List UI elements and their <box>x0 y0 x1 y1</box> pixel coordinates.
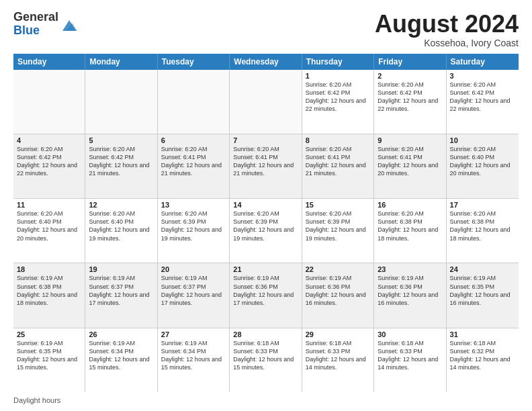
calendar-cell <box>85 70 157 134</box>
day-number: 31 <box>450 330 515 338</box>
cell-info: Sunrise: 6:19 AMSunset: 6:36 PMDaylight:… <box>306 274 370 307</box>
calendar-cell: 18Sunrise: 6:19 AMSunset: 6:38 PMDayligh… <box>13 263 85 327</box>
calendar-row-5: 25Sunrise: 6:19 AMSunset: 6:35 PMDayligh… <box>13 328 519 392</box>
cell-info: Sunrise: 6:19 AMSunset: 6:35 PMDaylight:… <box>17 339 81 372</box>
cell-info: Sunrise: 6:19 AMSunset: 6:34 PMDaylight:… <box>161 339 226 372</box>
day-number: 12 <box>89 201 153 209</box>
cell-info: Sunrise: 6:20 AMSunset: 6:42 PMDaylight:… <box>17 145 81 178</box>
day-number: 18 <box>17 265 81 273</box>
cell-info: Sunrise: 6:20 AMSunset: 6:39 PMDaylight:… <box>233 210 298 242</box>
calendar-cell: 22Sunrise: 6:19 AMSunset: 6:36 PMDayligh… <box>302 263 374 327</box>
day-number: 25 <box>17 330 81 338</box>
calendar-cell: 11Sunrise: 6:20 AMSunset: 6:40 PMDayligh… <box>13 199 85 263</box>
cell-info: Sunrise: 6:19 AMSunset: 6:35 PMDaylight:… <box>450 274 515 307</box>
cell-info: Sunrise: 6:20 AMSunset: 6:42 PMDaylight:… <box>378 81 442 113</box>
calendar-cell: 13Sunrise: 6:20 AMSunset: 6:39 PMDayligh… <box>158 199 230 263</box>
calendar-cell: 24Sunrise: 6:19 AMSunset: 6:35 PMDayligh… <box>447 263 519 327</box>
calendar-cell: 30Sunrise: 6:18 AMSunset: 6:33 PMDayligh… <box>374 328 446 392</box>
logo-blue: Blue <box>13 24 40 37</box>
header: General Blue August 2024 Kossehoa, Ivory… <box>13 11 519 48</box>
cell-info: Sunrise: 6:18 AMSunset: 6:33 PMDaylight:… <box>233 339 298 372</box>
day-number: 24 <box>450 265 515 273</box>
calendar-cell: 12Sunrise: 6:20 AMSunset: 6:40 PMDayligh… <box>85 199 157 263</box>
calendar-cell: 31Sunrise: 6:18 AMSunset: 6:32 PMDayligh… <box>447 328 519 392</box>
cell-info: Sunrise: 6:19 AMSunset: 6:34 PMDaylight:… <box>89 339 153 372</box>
calendar-cell <box>13 70 85 134</box>
day-number: 1 <box>306 72 370 80</box>
calendar-row-2: 4Sunrise: 6:20 AMSunset: 6:42 PMDaylight… <box>13 134 519 199</box>
cell-info: Sunrise: 6:18 AMSunset: 6:33 PMDaylight:… <box>378 339 442 372</box>
calendar-cell: 5Sunrise: 6:20 AMSunset: 6:42 PMDaylight… <box>85 134 157 198</box>
calendar-cell: 14Sunrise: 6:20 AMSunset: 6:39 PMDayligh… <box>230 199 302 263</box>
title-block: August 2024 Kossehoa, Ivory Coast <box>375 11 519 48</box>
logo-text: General Blue <box>13 11 58 38</box>
calendar-cell <box>230 70 302 134</box>
calendar: SundayMondayTuesdayWednesdayThursdayFrid… <box>13 54 519 392</box>
day-number: 7 <box>233 136 298 144</box>
day-number: 21 <box>233 265 298 273</box>
day-number: 6 <box>161 136 226 144</box>
cell-info: Sunrise: 6:20 AMSunset: 6:39 PMDaylight:… <box>306 210 370 242</box>
day-number: 3 <box>450 72 515 80</box>
month-year: August 2024 <box>375 11 519 38</box>
cell-info: Sunrise: 6:19 AMSunset: 6:36 PMDaylight:… <box>233 274 298 307</box>
cell-info: Sunrise: 6:19 AMSunset: 6:37 PMDaylight:… <box>161 274 226 307</box>
cell-info: Sunrise: 6:20 AMSunset: 6:42 PMDaylight:… <box>89 145 153 178</box>
day-number: 16 <box>378 201 442 209</box>
calendar-cell: 1Sunrise: 6:20 AMSunset: 6:42 PMDaylight… <box>302 70 374 134</box>
header-cell-tuesday: Tuesday <box>158 54 230 70</box>
header-cell-wednesday: Wednesday <box>230 54 302 70</box>
calendar-cell: 26Sunrise: 6:19 AMSunset: 6:34 PMDayligh… <box>85 328 157 392</box>
cell-info: Sunrise: 6:20 AMSunset: 6:41 PMDaylight:… <box>161 145 226 178</box>
cell-info: Sunrise: 6:20 AMSunset: 6:38 PMDaylight:… <box>378 210 442 242</box>
calendar-cell: 3Sunrise: 6:20 AMSunset: 6:42 PMDaylight… <box>447 70 519 134</box>
calendar-cell: 10Sunrise: 6:20 AMSunset: 6:40 PMDayligh… <box>447 134 519 198</box>
calendar-cell <box>158 70 230 134</box>
cell-info: Sunrise: 6:20 AMSunset: 6:41 PMDaylight:… <box>306 145 370 178</box>
day-number: 10 <box>450 136 515 144</box>
cell-info: Sunrise: 6:20 AMSunset: 6:39 PMDaylight:… <box>161 210 226 242</box>
calendar-cell: 29Sunrise: 6:18 AMSunset: 6:33 PMDayligh… <box>302 328 374 392</box>
calendar-cell: 7Sunrise: 6:20 AMSunset: 6:41 PMDaylight… <box>230 134 302 198</box>
calendar-cell: 15Sunrise: 6:20 AMSunset: 6:39 PMDayligh… <box>302 199 374 263</box>
day-number: 4 <box>17 136 81 144</box>
cell-info: Sunrise: 6:20 AMSunset: 6:41 PMDaylight:… <box>233 145 298 178</box>
day-number: 27 <box>161 330 226 338</box>
day-number: 11 <box>17 201 81 209</box>
day-number: 23 <box>378 265 442 273</box>
calendar-cell: 2Sunrise: 6:20 AMSunset: 6:42 PMDaylight… <box>374 70 446 134</box>
calendar-header: SundayMondayTuesdayWednesdayThursdayFrid… <box>13 54 519 70</box>
day-number: 22 <box>306 265 370 273</box>
cell-info: Sunrise: 6:20 AMSunset: 6:42 PMDaylight:… <box>450 81 515 113</box>
day-number: 14 <box>233 201 298 209</box>
calendar-cell: 8Sunrise: 6:20 AMSunset: 6:41 PMDaylight… <box>302 134 374 198</box>
cell-info: Sunrise: 6:18 AMSunset: 6:32 PMDaylight:… <box>450 339 515 372</box>
cell-info: Sunrise: 6:19 AMSunset: 6:36 PMDaylight:… <box>378 274 442 307</box>
calendar-cell: 25Sunrise: 6:19 AMSunset: 6:35 PMDayligh… <box>13 328 85 392</box>
logo-general: General <box>13 10 58 24</box>
cell-info: Sunrise: 6:20 AMSunset: 6:38 PMDaylight:… <box>450 210 515 242</box>
cell-info: Sunrise: 6:20 AMSunset: 6:41 PMDaylight:… <box>378 145 442 178</box>
header-cell-thursday: Thursday <box>302 54 374 70</box>
day-number: 5 <box>89 136 153 144</box>
page: General Blue August 2024 Kossehoa, Ivory… <box>0 0 532 411</box>
calendar-cell: 28Sunrise: 6:18 AMSunset: 6:33 PMDayligh… <box>230 328 302 392</box>
cell-info: Sunrise: 6:18 AMSunset: 6:33 PMDaylight:… <box>306 339 370 372</box>
cell-info: Sunrise: 6:19 AMSunset: 6:38 PMDaylight:… <box>17 274 81 307</box>
day-number: 13 <box>161 201 226 209</box>
logo: General Blue <box>13 11 79 38</box>
day-number: 8 <box>306 136 370 144</box>
cell-info: Sunrise: 6:20 AMSunset: 6:40 PMDaylight:… <box>17 210 81 242</box>
calendar-cell: 4Sunrise: 6:20 AMSunset: 6:42 PMDaylight… <box>13 134 85 198</box>
footer-label: Daylight hours <box>13 396 60 404</box>
calendar-body: 1Sunrise: 6:20 AMSunset: 6:42 PMDaylight… <box>13 70 519 392</box>
day-number: 26 <box>89 330 153 338</box>
calendar-cell: 17Sunrise: 6:20 AMSunset: 6:38 PMDayligh… <box>447 199 519 263</box>
header-cell-saturday: Saturday <box>447 54 519 70</box>
header-cell-friday: Friday <box>374 54 446 70</box>
calendar-cell: 19Sunrise: 6:19 AMSunset: 6:37 PMDayligh… <box>85 263 157 327</box>
day-number: 28 <box>233 330 298 338</box>
cell-info: Sunrise: 6:20 AMSunset: 6:40 PMDaylight:… <box>89 210 153 242</box>
cell-info: Sunrise: 6:20 AMSunset: 6:42 PMDaylight:… <box>306 81 370 113</box>
cell-info: Sunrise: 6:19 AMSunset: 6:37 PMDaylight:… <box>89 274 153 307</box>
